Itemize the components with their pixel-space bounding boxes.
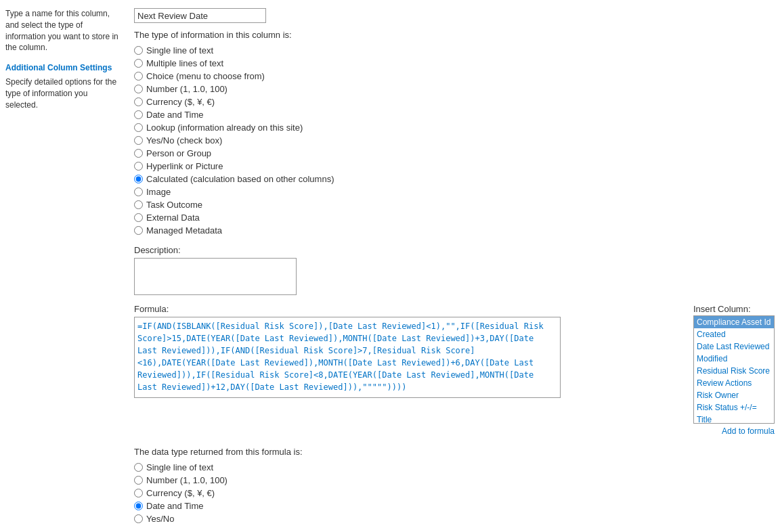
return-type-yesno: Yes/No [134, 514, 775, 524]
label-calculated[interactable]: Calculated (calculation based on other c… [146, 174, 334, 184]
list-item-date-last-reviewed[interactable]: Date Last Reviewed [694, 340, 774, 353]
left-description: Type a name for this column, and select … [5, 8, 121, 53]
radio-task[interactable] [134, 200, 143, 209]
label-ret-currency[interactable]: Currency ($, ¥, €) [146, 488, 215, 498]
list-item-created[interactable]: Created [694, 328, 774, 340]
column-name-input[interactable] [134, 8, 266, 23]
radio-person[interactable] [134, 149, 143, 158]
type-section: The type of information in this column i… [134, 30, 775, 236]
settings-description: Specify detailed options for the type of… [5, 76, 121, 110]
formula-label: Formula: [134, 304, 688, 314]
type-option-number: Number (1, 1.0, 100) [134, 84, 775, 94]
return-type-label: The data type returned from this formula… [134, 447, 775, 457]
radio-datetime[interactable] [134, 110, 143, 119]
description-textarea[interactable] [134, 258, 297, 295]
type-option-calculated: Calculated (calculation based on other c… [134, 174, 775, 184]
radio-calculated[interactable] [134, 175, 143, 183]
type-option-choice: Choice (menu to choose from) [134, 71, 775, 81]
formula-left: Formula: =IF(AND(ISBLANK([Residual Risk … [134, 304, 688, 400]
radio-hyperlink[interactable] [134, 162, 143, 171]
insert-column-listbox[interactable]: Compliance Asset Id Created Date Last Re… [693, 315, 775, 424]
additional-settings-label: Additional Column Settings [5, 63, 121, 72]
list-item-modified[interactable]: Modified [694, 353, 774, 365]
column-name-row [134, 8, 775, 23]
label-hyperlink[interactable]: Hyperlink or Picture [146, 161, 223, 171]
type-option-multi: Multiple lines of text [134, 58, 775, 68]
radio-image[interactable] [134, 187, 143, 196]
label-datetime[interactable]: Date and Time [146, 110, 204, 120]
return-type-currency: Currency ($, ¥, €) [134, 488, 775, 498]
radio-managed[interactable] [134, 226, 143, 235]
return-type-number: Number (1, 1.0, 100) [134, 475, 775, 485]
type-option-lookup: Lookup (information already on this site… [134, 123, 775, 133]
type-option-hyperlink: Hyperlink or Picture [134, 161, 775, 171]
type-option-person: Person or Group [134, 148, 775, 158]
type-option-yesno: Yes/No (check box) [134, 135, 775, 146]
label-ret-single[interactable]: Single line of text [146, 462, 213, 472]
radio-number[interactable] [134, 85, 143, 93]
list-item-risk-status[interactable]: Risk Status +/-/= [694, 401, 774, 414]
radio-single-line[interactable] [134, 46, 143, 55]
left-panel: Type a name for this column, and select … [0, 5, 129, 532]
label-currency[interactable]: Currency ($, ¥, €) [146, 97, 215, 107]
label-task[interactable]: Task Outcome [146, 200, 202, 210]
return-type-datetime: Date and Time [134, 501, 775, 511]
description-label: Description: [134, 245, 775, 255]
list-item-review-actions[interactable]: Review Actions [694, 377, 774, 389]
list-item-title[interactable]: Title [694, 414, 774, 424]
radio-ret-number[interactable] [134, 476, 143, 485]
right-panel: The type of information in this column i… [129, 5, 780, 532]
radio-choice[interactable] [134, 72, 143, 81]
radio-currency[interactable] [134, 97, 143, 106]
label-single-line[interactable]: Single line of text [146, 45, 213, 56]
radio-ret-single[interactable] [134, 463, 143, 472]
label-image[interactable]: Image [146, 187, 171, 197]
insert-column-panel: Insert Column: Compliance Asset Id Creat… [693, 304, 775, 436]
return-type-single: Single line of text [134, 462, 775, 472]
label-multi-line[interactable]: Multiple lines of text [146, 58, 223, 68]
add-to-formula-link[interactable]: Add to formula [693, 426, 775, 436]
type-option-image: Image [134, 187, 775, 197]
type-section-label: The type of information in this column i… [134, 30, 775, 40]
radio-yesno[interactable] [134, 136, 143, 145]
description-section: Description: [134, 245, 775, 297]
label-choice[interactable]: Choice (menu to choose from) [146, 71, 265, 81]
list-item-risk-owner[interactable]: Risk Owner [694, 389, 774, 401]
label-lookup[interactable]: Lookup (information already on this site… [146, 123, 303, 133]
label-yesno[interactable]: Yes/No (check box) [146, 135, 222, 146]
insert-column-label: Insert Column: [693, 304, 775, 314]
radio-external[interactable] [134, 213, 143, 222]
radio-ret-currency[interactable] [134, 489, 143, 497]
type-option-managed: Managed Metadata [134, 225, 775, 236]
list-item-residual-risk[interactable]: Residual Risk Score [694, 365, 774, 377]
type-option-single: Single line of text [134, 45, 775, 56]
formula-textarea[interactable]: =IF(AND(ISBLANK([Residual Risk Score]),[… [134, 317, 561, 398]
type-option-datetime: Date and Time [134, 110, 775, 120]
type-option-external: External Data [134, 213, 775, 223]
return-type-section: The data type returned from this formula… [134, 447, 775, 524]
label-number[interactable]: Number (1, 1.0, 100) [146, 84, 228, 94]
radio-multi-line[interactable] [134, 59, 143, 68]
label-ret-number[interactable]: Number (1, 1.0, 100) [146, 475, 228, 485]
radio-lookup[interactable] [134, 123, 143, 132]
list-item-compliance[interactable]: Compliance Asset Id [694, 316, 774, 328]
label-ret-yesno[interactable]: Yes/No [146, 514, 174, 524]
type-option-currency: Currency ($, ¥, €) [134, 97, 775, 107]
label-person[interactable]: Person or Group [146, 148, 211, 158]
type-option-task: Task Outcome [134, 200, 775, 210]
radio-ret-datetime[interactable] [134, 502, 143, 510]
label-external[interactable]: External Data [146, 213, 200, 223]
radio-ret-yesno[interactable] [134, 514, 143, 523]
label-ret-datetime[interactable]: Date and Time [146, 501, 204, 511]
formula-section: Formula: =IF(AND(ISBLANK([Residual Risk … [134, 304, 775, 436]
label-managed[interactable]: Managed Metadata [146, 225, 222, 236]
